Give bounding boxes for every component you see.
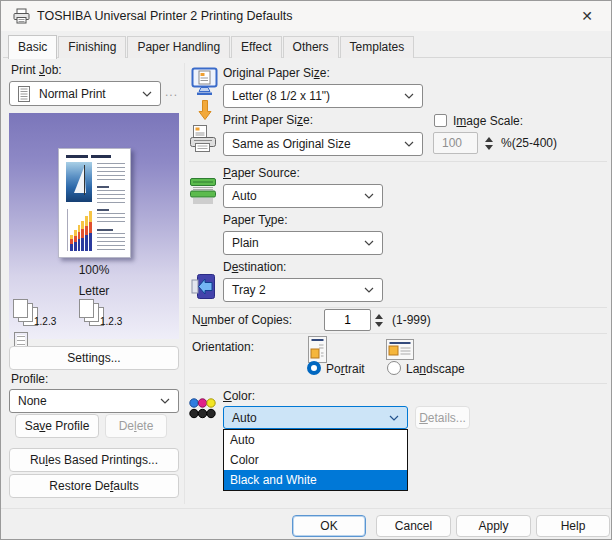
spin-down-icon[interactable]	[485, 145, 493, 150]
color-option-auto[interactable]: Auto	[224, 430, 407, 450]
document-icon	[18, 86, 30, 102]
destination-icon	[191, 273, 216, 300]
rules-based-printings-button[interactable]: Rules Based Printings...	[9, 448, 179, 472]
image-scale-input[interactable]	[433, 132, 478, 154]
orientation-label: Orientation:	[192, 340, 254, 354]
paper-type-value: Plain	[232, 236, 259, 250]
panel-divider	[184, 63, 185, 504]
cancel-button[interactable]: Cancel	[376, 515, 451, 537]
tab-strip: Basic Finishing Paper Handling Effect Ot…	[8, 34, 415, 58]
tab-finishing[interactable]: Finishing	[58, 36, 126, 58]
chevron-down-icon	[364, 287, 374, 293]
color-value: Auto	[232, 411, 257, 425]
separator	[189, 333, 607, 334]
color-option-black-and-white[interactable]: Black and White	[224, 470, 407, 490]
color-dropdown[interactable]: Auto	[223, 406, 408, 429]
destination-value: Tray 2	[232, 283, 266, 297]
print-paper-size-value: Same as Original Size	[232, 137, 351, 151]
copies-input[interactable]	[324, 309, 371, 331]
paper-type-dropdown[interactable]: Plain	[223, 231, 383, 255]
destination-label: Destination:	[223, 260, 286, 274]
spin-up-icon[interactable]	[485, 137, 493, 142]
ok-button[interactable]: OK	[292, 515, 366, 537]
portrait-icon	[306, 336, 329, 363]
paper-source-value: Auto	[232, 189, 257, 203]
original-paper-size-icon	[191, 67, 218, 97]
collate-pages-icon: 1.2.3	[13, 299, 75, 333]
chevron-down-icon	[364, 193, 374, 199]
profile-label: Profile:	[11, 372, 48, 386]
preview-page	[58, 148, 131, 258]
separator	[189, 161, 607, 162]
portrait-radio[interactable]	[307, 361, 321, 375]
profile-dropdown[interactable]: None	[9, 389, 179, 413]
copies-label: Number of Copies:	[192, 313, 292, 327]
print-paper-size-label: Print Paper Size:	[223, 113, 313, 127]
color-details-button[interactable]: Details...	[415, 406, 470, 429]
chevron-down-icon	[142, 91, 152, 97]
separator	[189, 307, 607, 308]
print-job-dropdown[interactable]: Normal Print	[9, 81, 161, 106]
close-button[interactable]: ✕	[575, 6, 599, 26]
spin-up-icon[interactable]	[375, 314, 383, 319]
tab-paper-handling[interactable]: Paper Handling	[127, 36, 230, 58]
chevron-down-icon	[160, 398, 170, 404]
help-button[interactable]: Help	[536, 515, 610, 537]
destination-dropdown[interactable]: Tray 2	[223, 278, 383, 302]
copies-range: (1-999)	[392, 313, 431, 327]
tab-others[interactable]: Others	[283, 36, 339, 58]
save-profile-button[interactable]: Save Profile	[15, 414, 99, 438]
original-paper-size-label: Original Paper Size:	[223, 66, 330, 80]
portrait-radio-label[interactable]: Portrait	[326, 362, 365, 376]
original-paper-size-value: Letter (8 1/2 x 11")	[232, 89, 330, 103]
chevron-down-icon	[404, 141, 414, 147]
paper-source-icon	[189, 177, 217, 205]
tab-templates[interactable]: Templates	[340, 36, 415, 58]
color-dropdown-list: Auto Color Black and White	[223, 429, 408, 491]
copies-spinner[interactable]	[372, 309, 385, 331]
profile-value: None	[18, 394, 47, 408]
paper-type-label: Paper Type:	[223, 213, 288, 227]
paper-source-dropdown[interactable]: Auto	[223, 184, 383, 208]
preview-zoom-level: 100%	[9, 263, 179, 277]
apply-button[interactable]: Apply	[456, 515, 531, 537]
window-title: TOSHIBA Universal Printer 2 Printing Def…	[37, 9, 292, 23]
preview-bar-chart	[67, 209, 92, 251]
image-scale-label: Image Scale:	[453, 114, 523, 128]
toner-colors-icon	[189, 398, 216, 419]
footer-separator	[1, 508, 612, 509]
color-option-color[interactable]: Color	[224, 450, 407, 470]
image-scale-checkbox[interactable]	[434, 114, 447, 127]
chevron-down-icon	[404, 93, 414, 99]
tab-basic[interactable]: Basic	[8, 35, 57, 59]
chevron-down-icon	[389, 415, 399, 421]
separator	[189, 383, 607, 384]
preview-photo	[66, 162, 92, 202]
settings-button[interactable]: Settings...	[9, 346, 179, 370]
original-paper-size-dropdown[interactable]: Letter (8 1/2 x 11")	[223, 84, 423, 108]
print-paper-size-dropdown[interactable]: Same as Original Size	[223, 132, 423, 156]
landscape-radio-label[interactable]: Landscape	[406, 362, 465, 376]
print-job-label: Print Job:	[11, 63, 62, 77]
color-label: Color:	[223, 389, 255, 403]
tab-effect[interactable]: Effect	[231, 36, 281, 58]
landscape-radio[interactable]	[387, 361, 401, 375]
collate-label: 1.2.3	[34, 316, 56, 327]
printing-defaults-dialog: TOSHIBA Universal Printer 2 Printing Def…	[0, 0, 612, 540]
restore-defaults-button[interactable]: Restore Defaults	[9, 474, 179, 498]
preview-paper-size: Letter	[9, 284, 179, 298]
spin-down-icon[interactable]	[375, 322, 383, 327]
collate-label: 1.2.3	[100, 316, 122, 327]
delete-button[interactable]: Delete	[105, 414, 167, 438]
collate-pages-icon: 1.2.3	[79, 299, 141, 333]
print-paper-size-icon	[189, 125, 217, 153]
scale-arrow-icon	[198, 100, 212, 121]
landscape-icon	[386, 339, 414, 360]
print-job-more-button[interactable]: ...	[165, 85, 178, 99]
print-preview: 100% Letter 1.2.3 1.2.3	[9, 113, 179, 339]
print-job-value: Normal Print	[39, 87, 106, 101]
image-scale-spinner[interactable]	[482, 132, 495, 154]
paper-source-label: Paper Source:	[223, 166, 300, 180]
image-scale-range: %(25-400)	[501, 136, 557, 150]
title-bar: TOSHIBA Universal Printer 2 Printing Def…	[1, 1, 612, 31]
